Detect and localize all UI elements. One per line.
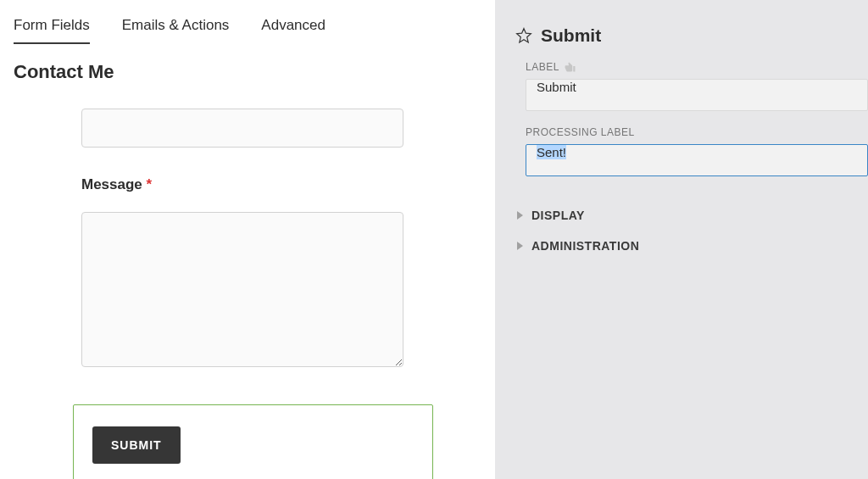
processing-label-field-block: PROCESSING LABEL Sent! [515, 126, 868, 176]
label-field-caption: LABEL [526, 61, 868, 73]
svg-marker-0 [517, 29, 531, 42]
submit-button[interactable]: SUBMIT [92, 426, 181, 464]
form-editor-pane: Form Fields Emails & Actions Advanced Co… [0, 0, 495, 479]
submit-field-selected[interactable]: SUBMIT [73, 404, 433, 479]
tab-emails-actions[interactable]: Emails & Actions [122, 17, 230, 44]
processing-label-input[interactable]: Sent! [526, 144, 868, 176]
caret-right-icon [517, 242, 523, 250]
form-preview: Message * SUBMIT [12, 109, 478, 479]
tabs: Form Fields Emails & Actions Advanced [12, 17, 478, 44]
message-label-text: Message [81, 176, 142, 192]
star-icon[interactable] [515, 27, 532, 44]
label-input[interactable]: Submit [526, 79, 868, 111]
section-administration-label: ADMINISTRATION [531, 239, 639, 253]
processing-label-value: Sent! [537, 145, 566, 159]
caret-right-icon [517, 211, 523, 220]
message-field-label: Message * [81, 176, 478, 193]
processing-caption-text: PROCESSING LABEL [526, 126, 635, 138]
panel-header: Submit [515, 25, 868, 46]
settings-panel: Submit LABEL Submit PROCESSING LABEL Sen… [495, 0, 868, 479]
section-administration[interactable]: ADMINISTRATION [515, 231, 868, 261]
message-textarea[interactable] [81, 212, 403, 367]
label-caption-text: LABEL [526, 61, 559, 73]
tab-form-fields[interactable]: Form Fields [14, 17, 90, 44]
thumbs-down-icon[interactable] [565, 62, 576, 73]
tab-advanced[interactable]: Advanced [261, 17, 326, 44]
form-title: Contact Me [12, 61, 478, 83]
label-field-block: LABEL Submit [515, 61, 868, 111]
collapsible-sections: DISPLAY ADMINISTRATION [515, 200, 868, 261]
processing-field-caption: PROCESSING LABEL [526, 126, 868, 138]
required-asterisk: * [147, 176, 153, 192]
previous-field-input[interactable] [81, 109, 403, 148]
section-display-label: DISPLAY [531, 209, 585, 222]
panel-title: Submit [541, 25, 601, 46]
section-display[interactable]: DISPLAY [515, 200, 868, 231]
